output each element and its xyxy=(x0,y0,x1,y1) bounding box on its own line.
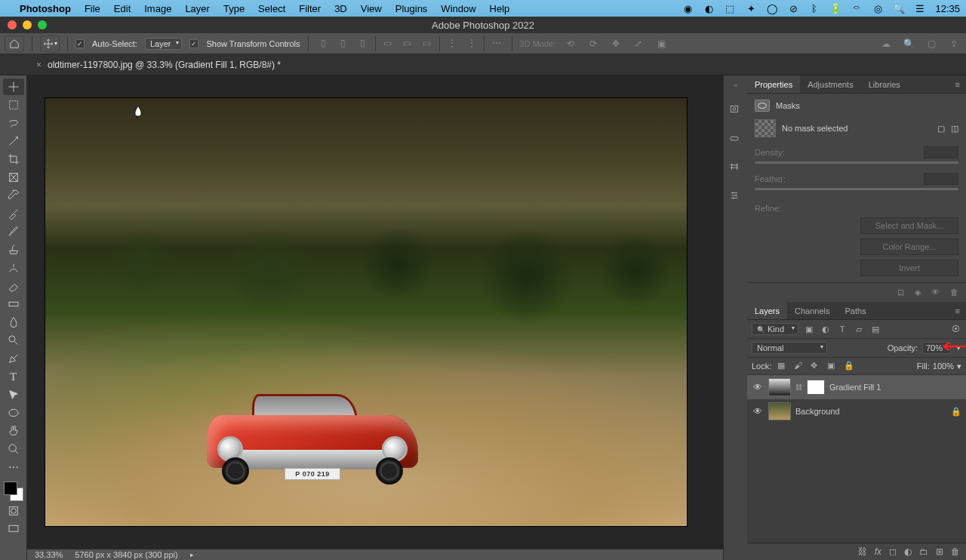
filter-toggle-icon[interactable]: ⦿ xyxy=(949,323,961,335)
filter-pixel-icon[interactable]: ▣ xyxy=(803,323,815,335)
new-adjustment-icon[interactable]: ◐ xyxy=(904,546,912,557)
brush-tool[interactable] xyxy=(3,223,24,240)
tab-properties[interactable]: Properties xyxy=(747,75,800,93)
shape-tool[interactable] xyxy=(3,405,24,421)
layer-thumbnail[interactable] xyxy=(768,402,791,420)
show-transform-checkbox[interactable]: ✓ xyxy=(189,39,198,48)
status-cc-icon[interactable]: ◯ xyxy=(766,2,778,14)
layer-filter-kind[interactable]: Kind xyxy=(752,323,798,335)
tab-adjustments[interactable]: Adjustments xyxy=(800,75,861,93)
properties-panel-menu[interactable]: ≡ xyxy=(949,80,966,89)
menu-window[interactable]: Window xyxy=(441,3,475,14)
mask-from-selection-icon[interactable]: ⊡ xyxy=(897,288,904,297)
foreground-color[interactable] xyxy=(4,482,17,495)
brushes-panel-icon[interactable] xyxy=(729,162,743,175)
distribute-v-icon[interactable]: ⋮ xyxy=(464,36,479,50)
align-left-icon[interactable]: ▯ xyxy=(316,36,331,50)
color-panel-icon[interactable] xyxy=(729,104,743,118)
close-tab-icon[interactable]: × xyxy=(36,60,42,70)
feather-value[interactable] xyxy=(924,173,958,185)
visibility-toggle[interactable]: 👁 xyxy=(752,406,764,417)
quick-mask-toggle[interactable] xyxy=(3,503,24,519)
menu-image[interactable]: Image xyxy=(144,3,171,14)
magic-wand-tool[interactable] xyxy=(3,133,24,149)
status-sync-icon[interactable]: ◐ xyxy=(703,2,715,14)
move-tool-icon[interactable]: ▾ xyxy=(40,35,60,52)
menu-help[interactable]: Help xyxy=(490,3,510,14)
doc-dimensions[interactable]: 5760 px x 3840 px (300 ppi) xyxy=(75,550,177,559)
search-ps-icon[interactable]: 🔍 xyxy=(901,37,916,51)
close-window-button[interactable] xyxy=(8,20,17,29)
filter-type-icon[interactable]: T xyxy=(836,323,848,335)
healing-brush-tool[interactable] xyxy=(3,205,24,222)
mask-link-icon[interactable]: ⛓ xyxy=(795,383,802,391)
3d-pan-icon[interactable]: ✥ xyxy=(608,37,623,51)
layer-effects-icon[interactable]: fx xyxy=(875,546,881,557)
type-tool[interactable]: T xyxy=(3,368,24,385)
filter-adjust-icon[interactable]: ◐ xyxy=(820,323,832,335)
home-button[interactable] xyxy=(5,35,24,52)
layer-name[interactable]: Gradient Fill 1 xyxy=(829,383,881,392)
edit-toolbar-button[interactable]: ⋯ xyxy=(3,459,24,475)
menu-select[interactable]: Select xyxy=(258,3,285,14)
menu-plugins[interactable]: Plugins xyxy=(395,3,428,14)
document-tab[interactable]: × oldtimer-1197800.jpg @ 33.3% (Gradient… xyxy=(29,54,288,75)
more-align-icon[interactable]: ⋯ xyxy=(489,36,504,50)
menu-filter[interactable]: Filter xyxy=(299,3,321,14)
layer-name[interactable]: Background xyxy=(795,407,840,416)
gradient-tool[interactable] xyxy=(3,296,24,312)
vector-mask-icon[interactable]: ◫ xyxy=(951,124,958,134)
blur-tool[interactable] xyxy=(3,314,24,331)
status-spotlight-icon[interactable]: 🔍 xyxy=(893,2,905,14)
align-hcenter-icon[interactable]: ▯ xyxy=(336,36,351,50)
lock-transparent-icon[interactable]: ▦ xyxy=(777,361,788,371)
status-ax-icon[interactable]: ◎ xyxy=(872,2,884,14)
visibility-toggle[interactable]: 👁 xyxy=(752,382,764,392)
workspace-icon[interactable]: ▢ xyxy=(924,37,939,51)
3d-camera-icon[interactable]: ▣ xyxy=(654,37,669,51)
align-right-icon[interactable]: ▯ xyxy=(355,36,371,50)
align-vcenter-icon[interactable]: ▭ xyxy=(400,36,415,50)
menu-view[interactable]: View xyxy=(361,3,382,14)
add-mask-icon[interactable]: ◻ xyxy=(889,546,897,557)
lock-all-icon[interactable]: 🔒 xyxy=(844,361,854,371)
density-slider[interactable] xyxy=(755,162,958,164)
blend-mode-dropdown[interactable]: Normal xyxy=(752,342,827,354)
align-top-icon[interactable]: ▭ xyxy=(380,36,395,50)
density-value[interactable] xyxy=(924,146,958,158)
lock-position-icon[interactable]: ✥ xyxy=(811,361,821,371)
align-bottom-icon[interactable]: ▭ xyxy=(420,36,435,50)
clone-stamp-tool[interactable] xyxy=(3,242,24,258)
layer-thumbnail[interactable] xyxy=(768,378,791,396)
menu-3d[interactable]: 3D xyxy=(334,3,347,14)
document-canvas[interactable]: P 070 219 xyxy=(45,98,687,526)
disable-mask-icon[interactable]: 👁 xyxy=(931,288,940,297)
zoom-tool[interactable] xyxy=(3,441,24,457)
eyedropper-tool[interactable] xyxy=(3,187,24,204)
marquee-tool[interactable] xyxy=(3,97,24,113)
layer-row[interactable]: 👁 Background 🔒 xyxy=(747,399,966,423)
feather-slider[interactable] xyxy=(755,188,958,190)
hand-tool[interactable] xyxy=(3,423,24,439)
pen-tool[interactable] xyxy=(3,350,24,367)
filter-shape-icon[interactable]: ▱ xyxy=(853,323,865,335)
status-battery-icon[interactable]: 🔋 xyxy=(829,2,841,14)
3d-orbit-icon[interactable]: ⟲ xyxy=(563,37,578,51)
filter-smart-icon[interactable]: ▤ xyxy=(869,323,881,335)
invert-button[interactable]: Invert xyxy=(860,260,958,276)
menu-file[interactable]: File xyxy=(85,3,100,14)
pixel-mask-icon[interactable]: ▢ xyxy=(937,124,945,134)
lasso-tool[interactable] xyxy=(3,115,24,131)
layer-mask-thumbnail[interactable] xyxy=(807,380,825,395)
screen-mode-toggle[interactable] xyxy=(3,521,24,537)
eraser-tool[interactable] xyxy=(3,278,24,294)
tab-paths[interactable]: Paths xyxy=(838,302,874,319)
color-range-button[interactable]: Color Range... xyxy=(860,238,958,255)
frame-tool[interactable] xyxy=(3,169,24,186)
delete-mask-icon[interactable]: 🗑 xyxy=(950,288,958,297)
layers-panel-menu[interactable]: ≡ xyxy=(949,306,966,315)
zoom-level[interactable]: 33.33% xyxy=(35,550,63,559)
delete-layer-icon[interactable]: 🗑 xyxy=(951,546,960,557)
tab-layers[interactable]: Layers xyxy=(747,302,787,319)
status-arrow-icon[interactable]: ▸ xyxy=(190,551,194,558)
